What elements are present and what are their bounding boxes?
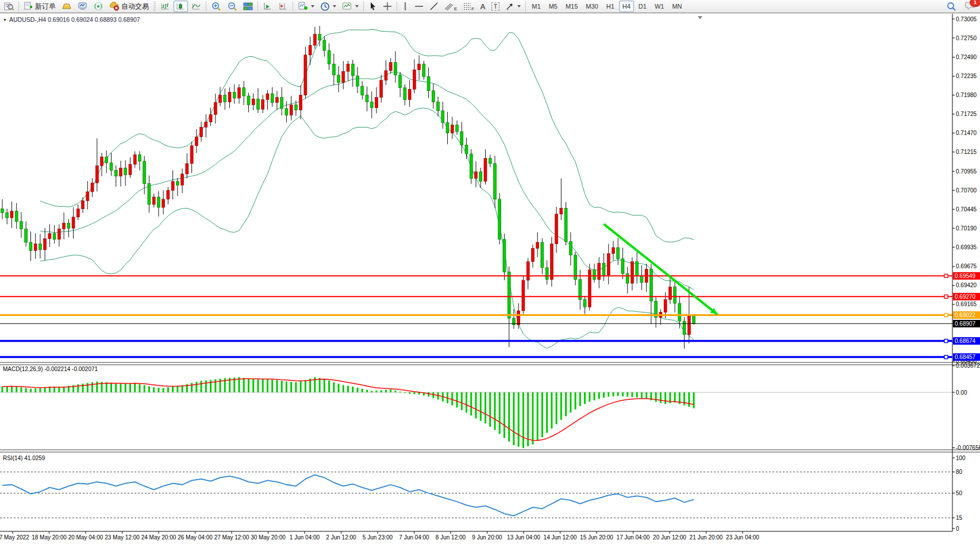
vertical-line-button[interactable]	[399, 1, 411, 12]
svg-text:0.70445: 0.70445	[956, 206, 977, 213]
timeframe-mn-button[interactable]: MN	[668, 1, 685, 12]
timeframe-h4-button[interactable]: H4	[619, 1, 634, 12]
svg-text:0.003672: 0.003672	[956, 362, 980, 369]
svg-text:1 Jun 04:00: 1 Jun 04:00	[290, 534, 320, 541]
fibonacci-icon	[463, 2, 472, 11]
line-chart-button[interactable]	[189, 1, 203, 12]
svg-text:0.68457: 0.68457	[955, 354, 976, 360]
search-icon	[946, 2, 956, 11]
terminal-button[interactable]	[75, 1, 90, 12]
svg-text:20 Jun 12:00: 20 Jun 12:00	[653, 534, 686, 541]
text-button[interactable]: A	[478, 1, 487, 12]
label-tool-letter: T	[491, 2, 500, 11]
time-axis: 17 May 202218 May 20:0020 May 04:0023 Ma…	[0, 531, 952, 541]
main-toolbar: 新订单 自动交易	[0, 0, 980, 13]
timeframe-m5-button[interactable]: M5	[545, 1, 561, 12]
svg-text:0.69549: 0.69549	[955, 273, 976, 279]
macd-pane	[0, 377, 952, 448]
timeframe-h1-button[interactable]: H1	[603, 1, 618, 12]
crosshair-icon	[383, 2, 392, 11]
symbol-title: ▼AUDUSD-,H4 0.69016 0.69024 0.68893 0.68…	[3, 16, 140, 23]
svg-text:18 May 20:00: 18 May 20:00	[32, 534, 67, 541]
svg-text:100: 100	[956, 455, 966, 461]
svg-text:0.69270: 0.69270	[955, 294, 976, 300]
timeframe-m30-button[interactable]: M30	[582, 1, 601, 12]
arrows-icon	[505, 2, 514, 11]
indicators-icon	[298, 2, 308, 11]
svg-text:27 May 12:00: 27 May 12:00	[214, 534, 249, 541]
zoom-in-button[interactable]	[209, 1, 224, 12]
signals-icon	[94, 2, 103, 11]
deposit-button[interactable]	[59, 1, 74, 12]
periods-button[interactable]	[318, 1, 339, 12]
chart-shift-button[interactable]	[276, 1, 290, 12]
svg-text:2 Jun 12:00: 2 Jun 12:00	[326, 534, 356, 541]
tile-windows-button[interactable]	[241, 1, 255, 12]
svg-text:0.69022: 0.69022	[955, 312, 976, 318]
toolbar-separator	[293, 1, 293, 11]
svg-text:0.71980: 0.71980	[956, 92, 977, 98]
new-order-label: 新订单	[35, 2, 56, 11]
cursor-button[interactable]	[366, 1, 379, 12]
trendline-icon	[429, 2, 439, 11]
svg-text:17 Jun 04:00: 17 Jun 04:00	[617, 534, 650, 541]
svg-text:7 Jun 04:00: 7 Jun 04:00	[399, 534, 429, 541]
timeframe-d1-button[interactable]: D1	[635, 1, 650, 12]
svg-text:9 Jun 20:00: 9 Jun 20:00	[472, 534, 502, 541]
svg-text:0.68907: 0.68907	[955, 321, 976, 327]
macd-label: MACD(12,26,9) -0.002214 -0.002071	[3, 366, 98, 372]
svg-text:24 May 20:00: 24 May 20:00	[141, 534, 176, 541]
timeframe-w1-button[interactable]: W1	[651, 1, 668, 12]
chart-window: MACD(12,26,9) -0.002214 -0.002071RSI(14)…	[0, 14, 980, 544]
timeframe-m1-button[interactable]: M1	[528, 1, 544, 12]
search-button[interactable]	[944, 1, 959, 12]
crosshair-button[interactable]	[381, 1, 394, 12]
svg-text:0.70190: 0.70190	[956, 225, 977, 232]
svg-text:20 May 04:00: 20 May 04:00	[68, 534, 103, 541]
fibonacci-button[interactable]: F	[460, 1, 476, 12]
chart-canvas[interactable]: MACD(12,26,9) -0.002214 -0.002071RSI(14)…	[0, 14, 980, 544]
svg-text:50: 50	[956, 490, 963, 496]
trendline-button[interactable]	[427, 1, 441, 12]
svg-text:23 May 12:00: 23 May 12:00	[105, 534, 140, 541]
rsi-label: RSI(14) 41.0259	[3, 455, 45, 461]
svg-text:0.73005: 0.73005	[956, 16, 977, 22]
svg-text:15: 15	[956, 515, 963, 521]
text-tool-letter: A	[480, 2, 485, 11]
toolbar-separator	[363, 1, 364, 11]
svg-text:30 May 20:00: 30 May 20:00	[251, 534, 286, 541]
line-chart-icon	[191, 2, 201, 11]
autotrading-button[interactable]: 自动交易	[107, 1, 151, 12]
svg-text:0.72235: 0.72235	[956, 73, 977, 79]
chat-button[interactable]: 1	[965, 1, 977, 13]
toolbar-right-group: 1	[943, 1, 977, 13]
zoom-out-button[interactable]	[225, 1, 240, 12]
horizontal-level-lines[interactable]	[0, 274, 952, 358]
zoom-in-icon	[211, 2, 221, 11]
signals-button[interactable]	[91, 1, 106, 12]
candles	[1, 26, 695, 349]
horizontal-line-button[interactable]	[412, 1, 426, 12]
new-order-button[interactable]: 新订单	[21, 1, 58, 12]
terminal-icon	[78, 2, 88, 11]
market-watch-icon	[4, 2, 14, 11]
arrows-button[interactable]	[503, 1, 523, 12]
candlestick-chart-button[interactable]	[174, 1, 188, 12]
toolbar-separator	[525, 1, 526, 11]
channel-button[interactable]: E	[442, 1, 459, 12]
autotrading-label: 自动交易	[121, 2, 149, 11]
market-watch-button[interactable]	[2, 1, 16, 12]
bar-chart-button[interactable]	[158, 1, 172, 12]
candlestick-icon	[176, 2, 186, 11]
trend-arrow[interactable]	[604, 224, 717, 314]
timeframe-m15-button[interactable]: M15	[562, 1, 581, 12]
templates-button[interactable]	[340, 1, 361, 12]
indicators-caret-icon	[311, 5, 314, 7]
text-label-button[interactable]: T	[489, 1, 502, 12]
bar-chart-icon	[160, 2, 170, 11]
svg-text:23 Jun 04:00: 23 Jun 04:00	[726, 534, 759, 541]
indicators-button[interactable]	[295, 1, 317, 12]
svg-text:▼: ▼	[3, 18, 7, 22]
svg-text:0.69675: 0.69675	[956, 263, 977, 269]
auto-scroll-button[interactable]	[260, 1, 275, 12]
